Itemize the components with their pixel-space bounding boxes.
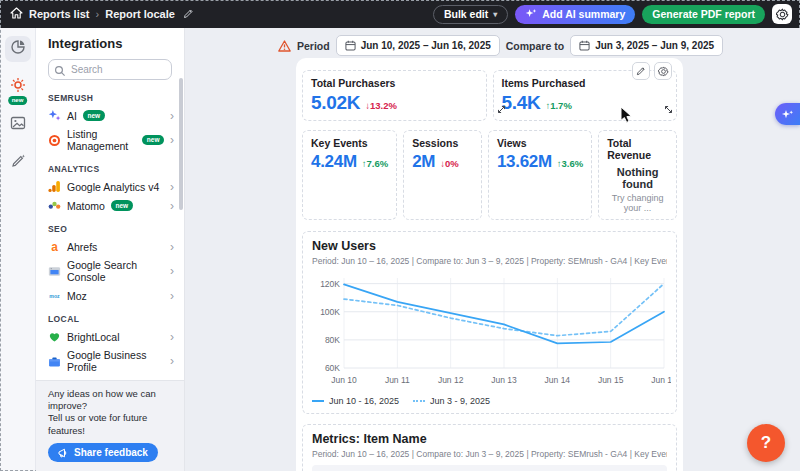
metric-card-sessions[interactable]: Sessions2M↓0% — [403, 130, 482, 220]
sidebar-item-moz[interactable]: mozMoz› — [36, 286, 184, 305]
period-bar: Period Jun 10, 2025 – Jun 16, 2025 Compa… — [278, 35, 723, 56]
resize-handle-bottom-left[interactable] — [497, 100, 506, 118]
chart-legend: Jun 10 - 16, 2025Jun 3 - 9, 2025 — [312, 396, 667, 406]
chart-title: New Users — [312, 239, 667, 253]
search-input[interactable] — [48, 59, 172, 80]
metric-card-key-events[interactable]: Key Events4.24M↑7.6% — [302, 130, 397, 220]
section-header: SEMRUSH — [48, 93, 172, 103]
svg-text:Jun 13: Jun 13 — [491, 375, 517, 385]
legend-item[interactable]: Jun 3 - 9, 2025 — [413, 396, 490, 406]
svg-text:Jun 15: Jun 15 — [598, 375, 624, 385]
column-header[interactable]: Total Purchasers — [536, 465, 611, 471]
chevron-right-icon: › — [170, 265, 174, 277]
rail-item-burst[interactable]: new — [5, 74, 31, 100]
ahrefs-icon: a — [48, 240, 61, 253]
image-icon — [10, 115, 26, 135]
metrics-table-widget[interactable]: Metrics: Item Name Period: Jun 10 – 16, … — [302, 424, 677, 471]
compare-date-range[interactable]: Jun 3, 2025 – Jun 9, 2025 — [570, 35, 723, 56]
card-toolbar — [632, 62, 672, 80]
report-panel: Total Purchasers5.02K↓13.2%Items Purchas… — [296, 58, 683, 471]
section-header: ANALYTICS — [48, 164, 172, 174]
share-feedback-button[interactable]: Share feedback — [48, 443, 158, 462]
bulk-edit-label: Bulk edit — [444, 8, 488, 20]
period-date-value: Jun 10, 2025 – Jun 16, 2025 — [361, 40, 491, 51]
settings-gear-button[interactable] — [772, 4, 792, 24]
svg-text:Jun 14: Jun 14 — [545, 375, 571, 385]
period-date-range[interactable]: Jun 10, 2025 – Jun 16, 2025 — [336, 35, 500, 56]
empty-state-title: Nothing found — [607, 166, 668, 190]
rail-item-image[interactable] — [5, 112, 31, 138]
sidebar-item-listing-management[interactable]: Listing Managementnew› — [36, 125, 184, 155]
card-title: Sessions — [412, 137, 473, 149]
table-subtitle: Period: Jun 10 – 16, 2025 | Compare to: … — [312, 449, 667, 459]
rename-report-icon[interactable] — [183, 8, 194, 21]
chevron-right-icon: › — [170, 110, 174, 122]
generate-pdf-button[interactable]: Generate PDF report — [642, 5, 765, 24]
sidebar-item-ahrefs[interactable]: aAhrefs› — [36, 237, 184, 256]
card-title: Key Events — [311, 137, 388, 149]
metrics-table: Item NameItems PurchasedItems ViewedTota… — [312, 465, 667, 471]
sparkle-icon — [781, 108, 794, 121]
svg-text:Jun 16: Jun 16 — [651, 375, 671, 385]
magic-pen-icon — [10, 153, 26, 173]
chevron-right-icon: › — [170, 200, 174, 212]
moz-icon: moz — [48, 289, 61, 302]
new-users-line-chart: 60K80K100K120KJun 10Jun 11Jun 12Jun 13Ju… — [312, 270, 671, 394]
svg-text:Jun 11: Jun 11 — [385, 375, 410, 385]
sidebar-item-google-business-profile[interactable]: Google Business Profile› — [36, 346, 184, 376]
resize-handle-bottom-right[interactable] — [664, 100, 673, 118]
add-ai-summary-label: Add AI summary — [542, 8, 625, 20]
column-header[interactable]: Item Name — [312, 465, 401, 471]
sidebar-item-ai[interactable]: AInew› — [36, 106, 184, 125]
svg-text:Jun 12: Jun 12 — [438, 375, 464, 385]
sidebar-item-google-search-console[interactable]: Google Search Console› — [36, 256, 184, 286]
widget-settings-button[interactable] — [654, 62, 672, 80]
svg-text:60K: 60K — [325, 363, 340, 373]
sidebar-title: Integrations — [48, 36, 184, 51]
sidebar-section: LOCALBrightLocal›Google Business Profile… — [36, 314, 184, 380]
rail-item-magic-pen[interactable] — [5, 150, 31, 176]
rail-item-pie-chart[interactable] — [5, 36, 31, 62]
metric-card-views[interactable]: Views13.62M↑3.6% — [488, 130, 592, 220]
new-users-widget[interactable]: New Users Period: Jun 10 – 16, 2025 | Co… — [302, 231, 677, 414]
ai-assistant-pill-button[interactable] — [775, 103, 800, 125]
metric-card-total-revenue[interactable]: Total RevenueNothing foundTry changing y… — [598, 130, 677, 220]
metric-card-total-purchasers[interactable]: Total Purchasers5.02K↓13.2% — [302, 70, 487, 121]
column-header[interactable]: Items Viewed — [479, 465, 536, 471]
sidebar-item-brightlocal[interactable]: BrightLocal› — [36, 327, 184, 346]
edit-widget-button[interactable] — [632, 62, 650, 80]
metric-cards-row-1: Total Purchasers5.02K↓13.2%Items Purchas… — [302, 70, 677, 121]
app-root: Reports list › Report locale Bulk edit ▾… — [0, 0, 800, 471]
card-delta: ↑3.6% — [557, 158, 583, 169]
legend-label: Jun 10 - 16, 2025 — [329, 396, 399, 406]
sidebar-item-label: Google Business Profile — [67, 349, 164, 373]
breadcrumb-reports-list[interactable]: Reports list — [29, 8, 90, 20]
share-feedback-label: Share feedback — [74, 447, 148, 458]
sidebar-section: SEOaAhrefs›Google Search Console›mozMoz› — [36, 224, 184, 305]
integrations-sidebar: Integrations SEMRUSHAInew›Listing Manage… — [36, 28, 185, 471]
legend-item[interactable]: Jun 10 - 16, 2025 — [312, 396, 399, 406]
sidebar-item-matomo[interactable]: Matomonew› — [36, 196, 184, 215]
sidebar-section: ANALYTICSGoogle Analytics v4›Matomonew› — [36, 164, 184, 215]
column-header[interactable]: Sessions — [611, 465, 667, 471]
metric-card-items-purchased[interactable]: Items Purchased5.4K↑1.7% — [493, 70, 678, 121]
legend-label: Jun 3 - 9, 2025 — [430, 396, 490, 406]
search-icon — [54, 63, 66, 81]
sidebar-scrollbar[interactable] — [179, 78, 183, 210]
bulk-edit-button[interactable]: Bulk edit ▾ — [433, 5, 508, 24]
chevron-right-icon: › — [170, 241, 174, 253]
svg-text:100K: 100K — [320, 307, 340, 317]
generate-pdf-label: Generate PDF report — [652, 8, 755, 20]
chevron-right-icon: › — [170, 134, 174, 146]
chevron-right-icon: › — [170, 331, 174, 343]
legend-marker — [413, 400, 425, 402]
column-header[interactable]: Items Purchased — [401, 465, 479, 471]
new-badge: new — [83, 110, 105, 120]
table-header-row: Item NameItems PurchasedItems ViewedTota… — [312, 465, 667, 471]
home-icon[interactable] — [10, 7, 23, 21]
add-ai-summary-button[interactable]: Add AI summary — [515, 5, 635, 24]
help-button[interactable]: ? — [747, 424, 785, 462]
svg-text:80K: 80K — [325, 335, 340, 345]
gear-icon — [776, 8, 789, 21]
sidebar-item-google-analytics-v4[interactable]: Google Analytics v4› — [36, 177, 184, 196]
